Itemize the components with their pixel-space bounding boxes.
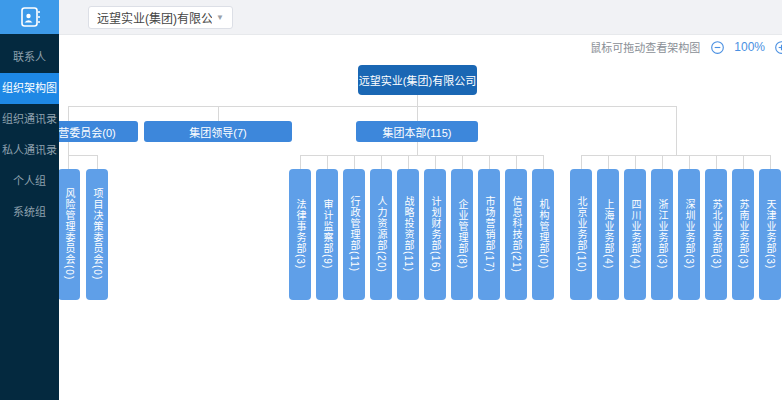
- company-select-value: 远望实业(集团)有限公司: [97, 9, 212, 26]
- connector: [608, 155, 609, 169]
- zoom-in-icon[interactable]: [774, 40, 782, 55]
- connector: [435, 155, 436, 169]
- org-node-dept[interactable]: 人力资源部(20): [370, 169, 392, 300]
- sidebar-item-system-group[interactable]: 系统组: [0, 197, 59, 228]
- connector: [635, 155, 636, 169]
- org-node-dept[interactable]: 市场营销部(17): [478, 169, 500, 300]
- sidebar-item-private-directory[interactable]: 私人通讯录: [0, 135, 59, 166]
- connector: [300, 155, 543, 156]
- connector: [581, 155, 582, 169]
- connector: [327, 155, 328, 169]
- connector: [743, 155, 744, 169]
- org-node-dept[interactable]: 法律事务部(3): [289, 169, 311, 300]
- org-node-dept[interactable]: 项目决策委员会(0): [86, 169, 108, 300]
- org-node-dept[interactable]: 计划财务部(16): [424, 169, 446, 300]
- connector: [68, 155, 69, 169]
- connector: [417, 106, 418, 121]
- connector: [408, 155, 409, 169]
- address-book-icon: [0, 0, 59, 34]
- org-node-dept[interactable]: 信息科技部(21): [505, 169, 527, 300]
- zoom-level-label: 100%: [734, 40, 765, 54]
- connector: [68, 155, 97, 156]
- org-node-dept[interactable]: 机构管理部(0): [532, 169, 554, 300]
- connector: [581, 155, 770, 156]
- sidebar-item-org-chart[interactable]: 组织架构图: [0, 73, 59, 104]
- org-node-branch[interactable]: 天津业务部(3): [759, 169, 781, 300]
- connector: [516, 155, 517, 169]
- zoom-out-icon[interactable]: [710, 40, 725, 55]
- org-node-group-leaders[interactable]: 集团领导(7): [144, 121, 292, 142]
- sidebar-item-org-directory[interactable]: 组织通讯录: [0, 104, 59, 135]
- connector: [462, 155, 463, 169]
- org-node-branch[interactable]: 苏南业务部(3): [732, 169, 754, 300]
- sidebar-item-personal-group[interactable]: 个人组: [0, 166, 59, 197]
- chevron-down-icon: ▼: [216, 13, 224, 22]
- connector: [543, 155, 544, 169]
- connector: [68, 142, 69, 155]
- connector: [300, 155, 301, 169]
- sidebar: 联系人 组织架构图 组织通讯录 私人通讯录 个人组 系统组: [0, 0, 59, 400]
- org-node-root[interactable]: 远望实业(集团)有限公司: [358, 65, 477, 95]
- drag-hint-label: 鼠标可拖动查看架构图: [590, 39, 700, 55]
- connector: [381, 155, 382, 169]
- org-node-dept[interactable]: 行政管理部(11): [343, 169, 365, 300]
- org-node-branch[interactable]: 四川业务部(4): [624, 169, 646, 300]
- org-node-branch[interactable]: 北京业务部(10): [570, 169, 592, 300]
- org-node-branch[interactable]: 深圳业务部(3): [678, 169, 700, 300]
- sidebar-menu: 联系人 组织架构图 组织通讯录 私人通讯录 个人组 系统组: [0, 42, 59, 228]
- sidebar-item-contacts[interactable]: 联系人: [0, 42, 59, 73]
- connector: [417, 142, 418, 155]
- org-node-dept[interactable]: 风险管理委员会(0): [58, 169, 80, 300]
- connector: [218, 106, 219, 121]
- connector: [689, 155, 690, 169]
- connector: [417, 95, 418, 106]
- connector: [68, 106, 69, 121]
- org-node-dept[interactable]: 企业管理部(8): [451, 169, 473, 300]
- chart-toolbar: 鼠标可拖动查看架构图 100%: [590, 36, 782, 58]
- org-node-dept[interactable]: 审计监察部(9): [316, 169, 338, 300]
- connector: [770, 155, 771, 169]
- org-node-dept[interactable]: 战略投资部(11): [397, 169, 419, 300]
- org-node-branch[interactable]: 浙江业务部(3): [651, 169, 673, 300]
- top-bar: 远望实业(集团)有限公司 ▼: [59, 0, 782, 35]
- org-node-branch[interactable]: 苏北业务部(3): [705, 169, 727, 300]
- app-window: 远望实业(集团)有限公司 营委员会(0) 集团领导(7) 集团本部(115) 风…: [0, 0, 782, 400]
- connector: [97, 155, 98, 169]
- org-node-branch[interactable]: 上海业务部(4): [597, 169, 619, 300]
- connector: [354, 155, 355, 169]
- org-chart-canvas[interactable]: 远望实业(集团)有限公司 营委员会(0) 集团领导(7) 集团本部(115) 风…: [0, 0, 782, 400]
- org-node-headquarters[interactable]: 集团本部(115): [356, 121, 478, 142]
- company-select[interactable]: 远望实业(集团)有限公司 ▼: [88, 6, 233, 29]
- connector: [489, 155, 490, 169]
- connector: [68, 106, 676, 107]
- connector: [676, 106, 677, 155]
- connector: [662, 155, 663, 169]
- connector: [716, 155, 717, 169]
